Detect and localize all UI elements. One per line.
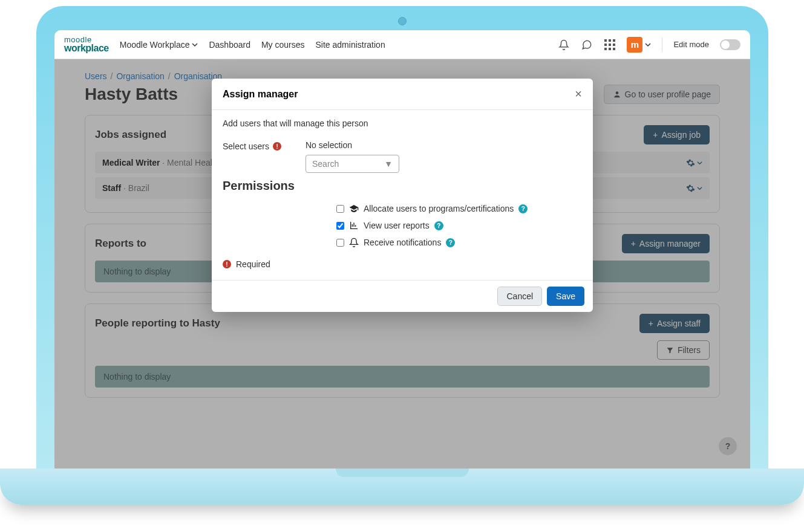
perm-notifications-label: Receive notifications (364, 238, 441, 247)
cancel-label: Cancel (506, 291, 533, 301)
dropdown-icon: ▼ (384, 159, 393, 169)
svg-rect-4 (609, 44, 611, 46)
search-users-select[interactable]: Search ▼ (306, 155, 399, 173)
laptop-base (0, 469, 804, 505)
edit-mode-toggle[interactable] (720, 39, 740, 50)
chat-icon[interactable] (581, 39, 593, 51)
app-grid-icon[interactable] (604, 39, 616, 51)
svg-rect-1 (609, 39, 611, 42)
svg-rect-5 (613, 44, 615, 46)
modal-title: Assign manager (223, 89, 298, 100)
laptop-notch (336, 469, 469, 477)
bell-icon[interactable] (558, 39, 570, 51)
chevron-down-icon (645, 42, 651, 48)
svg-rect-3 (604, 44, 607, 46)
close-icon[interactable]: × (575, 87, 582, 101)
search-placeholder: Search (312, 159, 339, 169)
perm-notifications-checkbox[interactable] (336, 239, 344, 247)
save-label: Save (556, 291, 575, 301)
help-icon[interactable]: ? (518, 204, 528, 213)
nav-dashboard[interactable]: Dashboard (209, 40, 250, 50)
required-icon: ! (223, 260, 231, 268)
svg-rect-7 (609, 48, 611, 50)
brand-logo: moodle workplace (64, 36, 109, 53)
cancel-button[interactable]: Cancel (497, 287, 542, 306)
topbar: moodle workplace Moodle Workplace Dashbo… (54, 30, 750, 59)
laptop-frame: moodle workplace Moodle Workplace Dashbo… (36, 6, 768, 469)
nav-siteadmin[interactable]: Site administration (316, 40, 385, 50)
app-screen: moodle workplace Moodle Workplace Dashbo… (54, 30, 750, 469)
nav-workspace[interactable]: Moodle Workplace (120, 40, 198, 50)
nav-mycourses[interactable]: My courses (261, 40, 305, 50)
bell-icon (349, 238, 359, 247)
perm-reports-label: View user reports (364, 221, 430, 230)
nav-workspace-label: Moodle Workplace (120, 40, 190, 50)
laptop-camera (398, 17, 407, 25)
help-icon[interactable]: ? (446, 238, 455, 247)
no-selection-text: No selection (306, 140, 582, 150)
perm-reports-checkbox[interactable] (336, 222, 344, 230)
svg-rect-6 (604, 48, 607, 50)
perm-allocate-label: Allocate users to programs/certification… (364, 204, 514, 213)
help-icon[interactable]: ? (434, 221, 443, 230)
svg-rect-2 (613, 39, 615, 42)
user-menu[interactable]: m (627, 37, 651, 53)
required-icon: ! (273, 142, 281, 151)
save-button[interactable]: Save (547, 287, 584, 306)
svg-rect-8 (613, 48, 615, 50)
brand-line2: workplace (64, 44, 109, 53)
required-note: ! Required (223, 259, 582, 269)
permission-row: Allocate users to programs/certification… (223, 200, 582, 217)
edit-mode-label: Edit mode (673, 40, 709, 49)
chevron-down-icon (192, 42, 198, 48)
assign-manager-modal: Assign manager × Add users that will man… (212, 79, 593, 312)
required-note-label: Required (236, 259, 270, 269)
avatar: m (627, 37, 642, 53)
permission-row: View user reports ? (223, 217, 582, 234)
svg-rect-0 (604, 39, 607, 42)
divider (662, 37, 662, 52)
chart-icon (349, 221, 359, 230)
permission-row: Receive notifications ? (223, 234, 582, 251)
graduation-icon (349, 204, 359, 213)
permissions-title: Permissions (223, 179, 582, 193)
select-users-label: Select users (223, 141, 269, 151)
perm-allocate-checkbox[interactable] (336, 205, 344, 213)
modal-description: Add users that will manage this person (223, 118, 582, 128)
